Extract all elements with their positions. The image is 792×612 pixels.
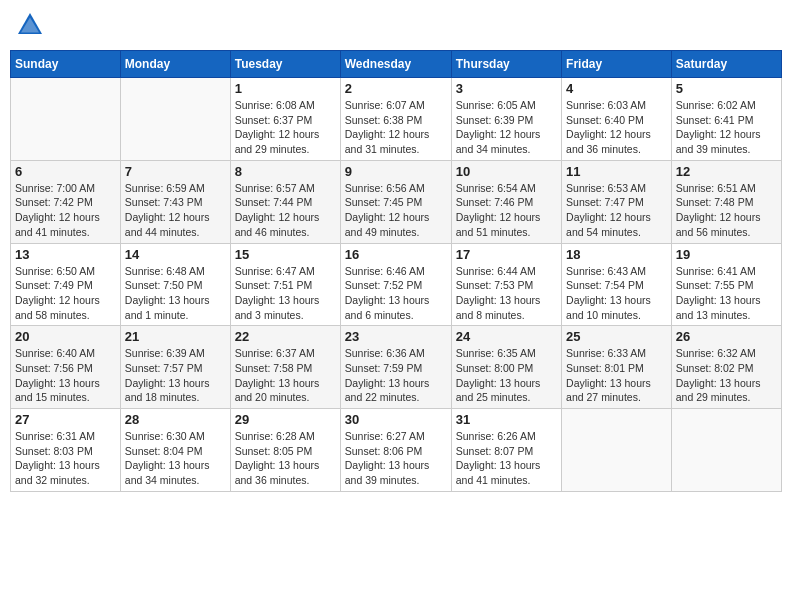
calendar-cell: 19Sunrise: 6:41 AM Sunset: 7:55 PM Dayli… [671,243,781,326]
day-number: 14 [125,247,226,262]
calendar-cell: 27Sunrise: 6:31 AM Sunset: 8:03 PM Dayli… [11,409,121,492]
column-header-friday: Friday [562,51,672,78]
calendar-cell [120,78,230,161]
day-number: 2 [345,81,447,96]
calendar-cell: 2Sunrise: 6:07 AM Sunset: 6:38 PM Daylig… [340,78,451,161]
calendar-cell [11,78,121,161]
day-number: 16 [345,247,447,262]
day-number: 27 [15,412,116,427]
calendar-week-row: 13Sunrise: 6:50 AM Sunset: 7:49 PM Dayli… [11,243,782,326]
day-info: Sunrise: 6:57 AM Sunset: 7:44 PM Dayligh… [235,181,336,240]
day-number: 22 [235,329,336,344]
day-info: Sunrise: 6:41 AM Sunset: 7:55 PM Dayligh… [676,264,777,323]
day-info: Sunrise: 6:53 AM Sunset: 7:47 PM Dayligh… [566,181,667,240]
day-number: 31 [456,412,557,427]
day-info: Sunrise: 6:44 AM Sunset: 7:53 PM Dayligh… [456,264,557,323]
logo [15,10,49,40]
day-info: Sunrise: 6:46 AM Sunset: 7:52 PM Dayligh… [345,264,447,323]
day-info: Sunrise: 7:00 AM Sunset: 7:42 PM Dayligh… [15,181,116,240]
calendar-cell: 22Sunrise: 6:37 AM Sunset: 7:58 PM Dayli… [230,326,340,409]
day-number: 3 [456,81,557,96]
day-info: Sunrise: 6:36 AM Sunset: 7:59 PM Dayligh… [345,346,447,405]
day-number: 20 [15,329,116,344]
calendar-header-row: SundayMondayTuesdayWednesdayThursdayFrid… [11,51,782,78]
calendar-cell [671,409,781,492]
day-info: Sunrise: 6:31 AM Sunset: 8:03 PM Dayligh… [15,429,116,488]
day-number: 15 [235,247,336,262]
day-info: Sunrise: 6:43 AM Sunset: 7:54 PM Dayligh… [566,264,667,323]
calendar-week-row: 20Sunrise: 6:40 AM Sunset: 7:56 PM Dayli… [11,326,782,409]
day-number: 23 [345,329,447,344]
day-info: Sunrise: 6:47 AM Sunset: 7:51 PM Dayligh… [235,264,336,323]
day-info: Sunrise: 6:56 AM Sunset: 7:45 PM Dayligh… [345,181,447,240]
day-info: Sunrise: 6:27 AM Sunset: 8:06 PM Dayligh… [345,429,447,488]
calendar-cell: 28Sunrise: 6:30 AM Sunset: 8:04 PM Dayli… [120,409,230,492]
calendar-cell: 17Sunrise: 6:44 AM Sunset: 7:53 PM Dayli… [451,243,561,326]
day-number: 5 [676,81,777,96]
day-number: 21 [125,329,226,344]
calendar-cell: 21Sunrise: 6:39 AM Sunset: 7:57 PM Dayli… [120,326,230,409]
calendar-cell: 31Sunrise: 6:26 AM Sunset: 8:07 PM Dayli… [451,409,561,492]
calendar-week-row: 6Sunrise: 7:00 AM Sunset: 7:42 PM Daylig… [11,160,782,243]
calendar-cell: 7Sunrise: 6:59 AM Sunset: 7:43 PM Daylig… [120,160,230,243]
day-info: Sunrise: 6:51 AM Sunset: 7:48 PM Dayligh… [676,181,777,240]
day-number: 7 [125,164,226,179]
day-number: 26 [676,329,777,344]
calendar-table: SundayMondayTuesdayWednesdayThursdayFrid… [10,50,782,492]
calendar-cell: 18Sunrise: 6:43 AM Sunset: 7:54 PM Dayli… [562,243,672,326]
day-info: Sunrise: 6:33 AM Sunset: 8:01 PM Dayligh… [566,346,667,405]
day-info: Sunrise: 6:48 AM Sunset: 7:50 PM Dayligh… [125,264,226,323]
calendar-cell: 1Sunrise: 6:08 AM Sunset: 6:37 PM Daylig… [230,78,340,161]
logo-icon [15,10,45,40]
calendar-cell: 9Sunrise: 6:56 AM Sunset: 7:45 PM Daylig… [340,160,451,243]
day-number: 4 [566,81,667,96]
column-header-tuesday: Tuesday [230,51,340,78]
day-info: Sunrise: 6:08 AM Sunset: 6:37 PM Dayligh… [235,98,336,157]
day-number: 29 [235,412,336,427]
calendar-cell: 10Sunrise: 6:54 AM Sunset: 7:46 PM Dayli… [451,160,561,243]
day-info: Sunrise: 6:03 AM Sunset: 6:40 PM Dayligh… [566,98,667,157]
day-number: 19 [676,247,777,262]
day-number: 12 [676,164,777,179]
day-number: 11 [566,164,667,179]
day-info: Sunrise: 6:07 AM Sunset: 6:38 PM Dayligh… [345,98,447,157]
calendar-cell: 4Sunrise: 6:03 AM Sunset: 6:40 PM Daylig… [562,78,672,161]
day-info: Sunrise: 6:35 AM Sunset: 8:00 PM Dayligh… [456,346,557,405]
day-info: Sunrise: 6:59 AM Sunset: 7:43 PM Dayligh… [125,181,226,240]
day-number: 18 [566,247,667,262]
column-header-thursday: Thursday [451,51,561,78]
day-number: 28 [125,412,226,427]
calendar-cell: 30Sunrise: 6:27 AM Sunset: 8:06 PM Dayli… [340,409,451,492]
page-header [10,10,782,40]
calendar-cell: 5Sunrise: 6:02 AM Sunset: 6:41 PM Daylig… [671,78,781,161]
day-info: Sunrise: 6:40 AM Sunset: 7:56 PM Dayligh… [15,346,116,405]
day-info: Sunrise: 6:54 AM Sunset: 7:46 PM Dayligh… [456,181,557,240]
calendar-cell: 26Sunrise: 6:32 AM Sunset: 8:02 PM Dayli… [671,326,781,409]
calendar-cell: 3Sunrise: 6:05 AM Sunset: 6:39 PM Daylig… [451,78,561,161]
day-info: Sunrise: 6:50 AM Sunset: 7:49 PM Dayligh… [15,264,116,323]
day-info: Sunrise: 6:37 AM Sunset: 7:58 PM Dayligh… [235,346,336,405]
day-number: 9 [345,164,447,179]
day-info: Sunrise: 6:05 AM Sunset: 6:39 PM Dayligh… [456,98,557,157]
column-header-saturday: Saturday [671,51,781,78]
day-info: Sunrise: 6:30 AM Sunset: 8:04 PM Dayligh… [125,429,226,488]
column-header-sunday: Sunday [11,51,121,78]
day-number: 24 [456,329,557,344]
day-number: 8 [235,164,336,179]
calendar-cell: 8Sunrise: 6:57 AM Sunset: 7:44 PM Daylig… [230,160,340,243]
day-number: 10 [456,164,557,179]
day-info: Sunrise: 6:26 AM Sunset: 8:07 PM Dayligh… [456,429,557,488]
column-header-monday: Monday [120,51,230,78]
calendar-week-row: 27Sunrise: 6:31 AM Sunset: 8:03 PM Dayli… [11,409,782,492]
calendar-week-row: 1Sunrise: 6:08 AM Sunset: 6:37 PM Daylig… [11,78,782,161]
calendar-cell: 29Sunrise: 6:28 AM Sunset: 8:05 PM Dayli… [230,409,340,492]
day-number: 1 [235,81,336,96]
calendar-cell: 16Sunrise: 6:46 AM Sunset: 7:52 PM Dayli… [340,243,451,326]
column-header-wednesday: Wednesday [340,51,451,78]
calendar-cell: 24Sunrise: 6:35 AM Sunset: 8:00 PM Dayli… [451,326,561,409]
calendar-cell: 13Sunrise: 6:50 AM Sunset: 7:49 PM Dayli… [11,243,121,326]
calendar-cell: 12Sunrise: 6:51 AM Sunset: 7:48 PM Dayli… [671,160,781,243]
day-number: 13 [15,247,116,262]
day-number: 17 [456,247,557,262]
calendar-cell: 25Sunrise: 6:33 AM Sunset: 8:01 PM Dayli… [562,326,672,409]
